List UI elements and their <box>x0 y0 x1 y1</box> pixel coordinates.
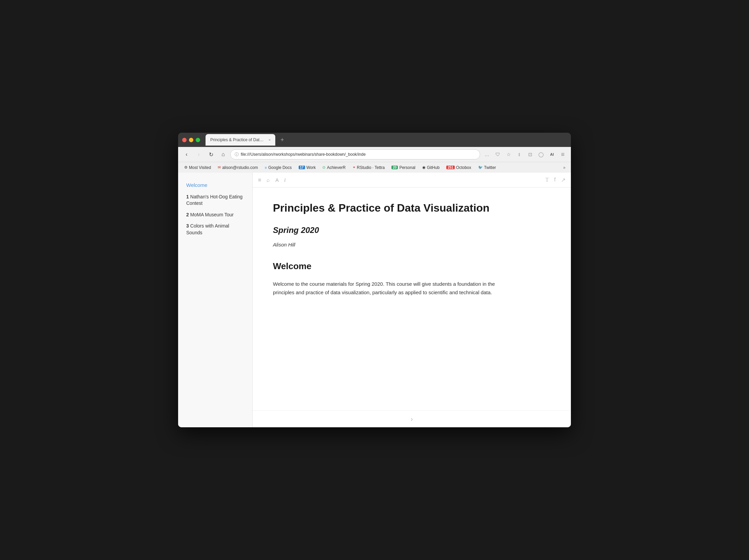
bookmark-github[interactable]: ◉ GitHub <box>420 164 442 171</box>
home-button[interactable]: ⌂ <box>218 149 228 159</box>
tab-close-icon[interactable]: × <box>269 138 271 142</box>
bookmarks-more-button[interactable]: » <box>561 164 568 171</box>
sidebar: Welcome 1Nathan's Hot-Dog Eating Contest… <box>178 173 253 427</box>
tettra-icon: ✦ <box>352 165 356 170</box>
mail-icon: ✉ <box>218 165 221 170</box>
traffic-lights <box>182 138 200 142</box>
bookmark-most-visited-label: Most Visited <box>189 165 211 170</box>
chapter3-num: 3 <box>186 223 189 229</box>
bookmark-octobox[interactable]: 251 Octobox <box>444 164 474 171</box>
profile-icon[interactable]: ◯ <box>536 150 546 159</box>
search-toolbar-icon[interactable]: ⌕ <box>266 177 270 183</box>
next-page-button[interactable]: › <box>411 415 413 423</box>
bookmark-alison[interactable]: ✉ alison@rstudio.com <box>215 164 261 171</box>
browser-window: Principles & Practice of Data Visua… × +… <box>178 133 571 427</box>
docs-icon: ≡ <box>265 166 267 170</box>
content-body: Principles & Practice of Data Visualizat… <box>253 188 571 410</box>
nav-bar: ‹ › ↻ ⌂ ⓘ file:///Users/alison/rworkshop… <box>178 147 571 162</box>
section-title: Welcome <box>273 261 551 272</box>
back-button[interactable]: ‹ <box>181 149 192 159</box>
tab-bar: Principles & Practice of Data Visua… × + <box>206 134 567 146</box>
bookmark-alison-label: alison@rstudio.com <box>222 165 258 170</box>
address-bar[interactable]: ⓘ file:///Users/alison/rworkshops/rwebin… <box>230 149 480 159</box>
sidebar-item-welcome[interactable]: Welcome <box>184 179 247 191</box>
chapter1-num: 1 <box>186 194 189 199</box>
bookmark-achiever-label: AchieverR <box>327 165 345 170</box>
bookmark-google-docs[interactable]: ≡ Google Docs <box>262 164 295 171</box>
forward-button[interactable]: › <box>194 149 204 159</box>
sidebar-welcome-label: Welcome <box>186 182 207 188</box>
sidebar-item-chapter2[interactable]: 2MoMA Museum Tour <box>184 210 247 220</box>
menu-button[interactable]: ≡ <box>558 150 568 159</box>
hamburger-toolbar-icon[interactable]: ≡ <box>258 177 261 183</box>
personal-badge: 20 <box>391 166 398 169</box>
sidebar-item-chapter1[interactable]: 1Nathan's Hot-Dog Eating Contest <box>184 192 247 209</box>
new-tab-button[interactable]: + <box>277 135 287 145</box>
bookmark-icon[interactable]: ☆ <box>504 150 513 159</box>
book-subtitle: Spring 2020 <box>273 225 551 235</box>
bookmark-personal[interactable]: 20 Personal <box>389 164 418 171</box>
chapter1-label: Nathan's Hot-Dog Eating Contest <box>186 194 242 206</box>
bookmark-twitter-label: Twitter <box>484 165 496 170</box>
ai-button[interactable]: AI <box>547 150 557 159</box>
info-toolbar-icon[interactable]: i <box>284 177 285 183</box>
twitter-share-icon[interactable]: 𝕋 <box>545 177 549 183</box>
bookmark-twitter[interactable]: 🐦 Twitter <box>475 164 499 171</box>
bookmark-achiever[interactable]: ⊙ AchieverR <box>320 164 348 171</box>
active-tab[interactable]: Principles & Practice of Data Visua… × <box>206 134 275 146</box>
more-options-button[interactable]: … <box>482 150 492 159</box>
main-content: ≡ ⌕ A i 𝕋 f ↗ Principles & Practice of D… <box>253 173 571 427</box>
bookmark-rstudio-tettra-label: RStudio · Tettra <box>357 165 385 170</box>
github-icon: ◉ <box>422 165 426 170</box>
toolbar-social-icons: 𝕋 f ↗ <box>545 177 565 183</box>
chapter3-label: Colors with Animal Sounds <box>186 223 229 235</box>
page-content: Welcome 1Nathan's Hot-Dog Eating Contest… <box>178 173 571 427</box>
twitter-icon: 🐦 <box>478 165 483 170</box>
bookmark-google-docs-label: Google Docs <box>268 165 292 170</box>
sidebar-item-chapter3[interactable]: 3Colors with Animal Sounds <box>184 221 247 238</box>
close-button[interactable] <box>182 138 187 142</box>
bookmark-personal-label: Personal <box>399 165 415 170</box>
chapter2-label: MoMA Museum Tour <box>190 212 234 217</box>
share-icon[interactable]: ↗ <box>561 177 565 183</box>
refresh-button[interactable]: ↻ <box>206 149 216 159</box>
content-toolbar: ≡ ⌕ A i 𝕋 f ↗ <box>253 173 571 188</box>
chapter2-num: 2 <box>186 212 189 217</box>
tab-title: Principles & Practice of Data Visua… <box>210 137 264 142</box>
bookmark-work-label: Work <box>306 165 316 170</box>
work-badge: 17 <box>299 166 305 169</box>
title-bar: Principles & Practice of Data Visua… × + <box>178 133 571 147</box>
book-author: Alison Hill <box>273 242 551 247</box>
octobox-badge: 251 <box>446 166 455 169</box>
bookmark-work[interactable]: 17 Work <box>296 164 319 171</box>
content-footer: › <box>253 410 571 427</box>
maximize-button[interactable] <box>196 138 200 142</box>
bookmark-most-visited[interactable]: ⚙ Most Visited <box>181 164 214 171</box>
bookmark-octobox-label: Octobox <box>456 165 471 170</box>
bookmark-github-label: GitHub <box>427 165 440 170</box>
bookmarks-bar: ⚙ Most Visited ✉ alison@rstudio.com ≡ Go… <box>178 162 571 173</box>
font-toolbar-icon[interactable]: A <box>275 177 279 183</box>
url-text: file:///Users/alison/rworkshops/rwebinar… <box>241 152 476 157</box>
info-icon: ⓘ <box>235 152 239 157</box>
pocket-icon[interactable]: 🛡 <box>493 150 502 159</box>
split-view-icon[interactable]: ⊡ <box>526 150 535 159</box>
bookmark-rstudio-tettra[interactable]: ✦ RStudio · Tettra <box>350 164 388 171</box>
reading-list-icon[interactable]: ⫿ <box>515 150 524 159</box>
nav-actions: … 🛡 ☆ ⫿ ⊡ ◯ AI ≡ <box>482 150 568 159</box>
gear-icon: ⚙ <box>184 165 188 170</box>
minimize-button[interactable] <box>189 138 193 142</box>
achiever-icon: ⊙ <box>322 165 325 170</box>
book-title: Principles & Practice of Data Visualizat… <box>273 201 551 215</box>
section-body: Welcome to the course materials for Spri… <box>273 280 503 297</box>
facebook-share-icon[interactable]: f <box>554 177 556 183</box>
